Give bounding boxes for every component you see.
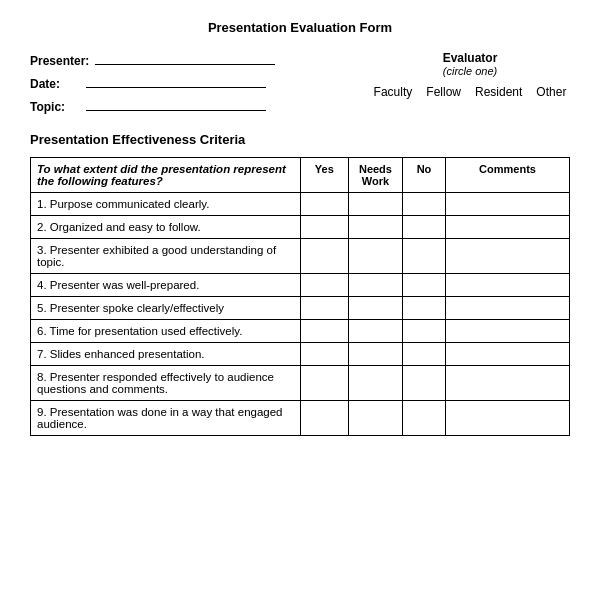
no-cell[interactable]: [402, 343, 445, 366]
criteria-cell: 9. Presentation was done in a way that e…: [31, 401, 301, 436]
criteria-cell: 8. Presenter responded effectively to au…: [31, 366, 301, 401]
needs-cell[interactable]: [349, 343, 403, 366]
presenter-row: Presenter:: [30, 51, 275, 68]
table-row: 1. Purpose communicated clearly.: [31, 193, 570, 216]
needs-cell[interactable]: [349, 366, 403, 401]
yes-cell[interactable]: [300, 216, 349, 239]
yes-cell[interactable]: [300, 401, 349, 436]
no-cell[interactable]: [402, 366, 445, 401]
table-row: 9. Presentation was done in a way that e…: [31, 401, 570, 436]
comments-cell[interactable]: [446, 343, 570, 366]
no-cell[interactable]: [402, 297, 445, 320]
date-label: Date:: [30, 77, 80, 91]
yes-cell[interactable]: [300, 366, 349, 401]
presenter-input-line: [95, 51, 275, 65]
date-input-line: [86, 74, 266, 88]
no-cell[interactable]: [402, 239, 445, 274]
no-cell[interactable]: [402, 216, 445, 239]
comments-cell[interactable]: [446, 366, 570, 401]
evaluator-option-other[interactable]: Other: [536, 85, 566, 99]
table-row: 6. Time for presentation used effectivel…: [31, 320, 570, 343]
criteria-cell: 7. Slides enhanced presentation.: [31, 343, 301, 366]
header-yes: Yes: [300, 158, 349, 193]
comments-cell[interactable]: [446, 216, 570, 239]
evaluator-title: Evaluator: [370, 51, 570, 65]
yes-cell[interactable]: [300, 239, 349, 274]
table-row: 5. Presenter spoke clearly/effectively: [31, 297, 570, 320]
form-title: Presentation Evaluation Form: [30, 20, 570, 35]
evaluator-option-faculty[interactable]: Faculty: [374, 85, 413, 99]
table-row: 3. Presenter exhibited a good understand…: [31, 239, 570, 274]
left-fields: Presenter: Date: Topic:: [30, 51, 275, 114]
comments-cell[interactable]: [446, 297, 570, 320]
topic-input-line: [86, 97, 266, 111]
yes-cell[interactable]: [300, 274, 349, 297]
criteria-cell: 5. Presenter spoke clearly/effectively: [31, 297, 301, 320]
date-row: Date:: [30, 74, 275, 91]
needs-cell[interactable]: [349, 274, 403, 297]
section-title: Presentation Effectiveness Criteria: [30, 132, 570, 147]
no-cell[interactable]: [402, 401, 445, 436]
needs-cell[interactable]: [349, 297, 403, 320]
needs-cell[interactable]: [349, 239, 403, 274]
table-row: 8. Presenter responded effectively to au…: [31, 366, 570, 401]
comments-cell[interactable]: [446, 320, 570, 343]
topic-label: Topic:: [30, 100, 80, 114]
criteria-cell: 4. Presenter was well-prepared.: [31, 274, 301, 297]
needs-cell[interactable]: [349, 320, 403, 343]
table-row: 2. Organized and easy to follow.: [31, 216, 570, 239]
no-cell[interactable]: [402, 193, 445, 216]
comments-cell[interactable]: [446, 239, 570, 274]
evaluator-section: Evaluator (circle one) Faculty Fellow Re…: [370, 51, 570, 114]
criteria-cell: 6. Time for presentation used effectivel…: [31, 320, 301, 343]
needs-cell[interactable]: [349, 216, 403, 239]
needs-cell[interactable]: [349, 401, 403, 436]
evaluation-table: To what extent did the presentation repr…: [30, 157, 570, 436]
evaluator-options: Faculty Fellow Resident Other: [370, 85, 570, 99]
criteria-cell: 3. Presenter exhibited a good understand…: [31, 239, 301, 274]
criteria-cell: 1. Purpose communicated clearly.: [31, 193, 301, 216]
evaluator-option-resident[interactable]: Resident: [475, 85, 522, 99]
header-no: No: [402, 158, 445, 193]
no-cell[interactable]: [402, 274, 445, 297]
header-criteria: To what extent did the presentation repr…: [31, 158, 301, 193]
needs-cell[interactable]: [349, 193, 403, 216]
yes-cell[interactable]: [300, 297, 349, 320]
comments-cell[interactable]: [446, 401, 570, 436]
no-cell[interactable]: [402, 320, 445, 343]
table-row: 4. Presenter was well-prepared.: [31, 274, 570, 297]
table-header-row: To what extent did the presentation repr…: [31, 158, 570, 193]
yes-cell[interactable]: [300, 343, 349, 366]
presenter-label: Presenter:: [30, 54, 89, 68]
comments-cell[interactable]: [446, 274, 570, 297]
yes-cell[interactable]: [300, 320, 349, 343]
table-row: 7. Slides enhanced presentation.: [31, 343, 570, 366]
criteria-cell: 2. Organized and easy to follow.: [31, 216, 301, 239]
comments-cell[interactable]: [446, 193, 570, 216]
evaluator-option-fellow[interactable]: Fellow: [426, 85, 461, 99]
header-comments: Comments: [446, 158, 570, 193]
header-section: Presenter: Date: Topic: Evaluator (circl…: [30, 51, 570, 114]
topic-row: Topic:: [30, 97, 275, 114]
evaluator-subtitle: (circle one): [370, 65, 570, 77]
yes-cell[interactable]: [300, 193, 349, 216]
header-needs: Needs Work: [349, 158, 403, 193]
